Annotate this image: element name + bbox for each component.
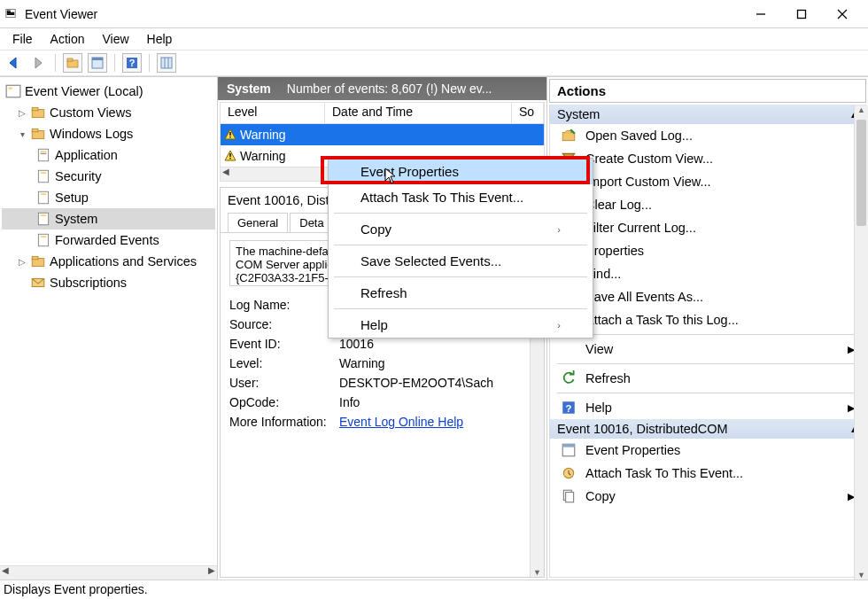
- ctx-copy[interactable]: Copy›: [329, 216, 593, 242]
- tree-setup[interactable]: Setup: [2, 187, 215, 208]
- toolbar: ?: [0, 50, 868, 76]
- context-menu: Event Properties Attach Task To This Eve…: [328, 158, 593, 338]
- ctx-event-properties[interactable]: Event Properties: [329, 159, 593, 184]
- ctx-refresh[interactable]: Refresh: [329, 280, 593, 306]
- svg-rect-17: [6, 85, 20, 97]
- field-label: Source:: [229, 317, 339, 331]
- action-save-all-events[interactable]: Save All Events As...: [550, 285, 865, 308]
- menu-view[interactable]: View: [93, 30, 137, 48]
- tab-general[interactable]: General: [228, 213, 288, 232]
- toolbar-help-button[interactable]: ?: [122, 53, 142, 73]
- svg-rect-11: [92, 58, 103, 60]
- field-value: Info: [339, 395, 535, 409]
- tree-pane: Event Viewer (Local) ▷ Custom Views ▾ Wi…: [0, 77, 218, 580]
- svg-rect-1: [7, 11, 10, 12]
- warning-icon: [224, 150, 236, 162]
- tree-forwarded-events[interactable]: Forwarded Events: [2, 229, 215, 251]
- actions-group-event[interactable]: Event 10016, DistributedCOM▲: [550, 419, 865, 439]
- toolbar-properties-button[interactable]: [88, 53, 107, 73]
- ctx-save-selected[interactable]: Save Selected Events...: [329, 248, 593, 274]
- action-event-properties[interactable]: Event Properties: [550, 439, 865, 462]
- expand-icon[interactable]: ▷: [18, 108, 27, 118]
- action-copy[interactable]: Copy▶: [550, 485, 865, 508]
- action-view[interactable]: View▶: [550, 338, 865, 361]
- tree-item-label: System: [55, 212, 97, 226]
- action-clear-log[interactable]: Clear Log...: [550, 193, 865, 216]
- svg-rect-38: [229, 136, 230, 137]
- svg-rect-9: [67, 58, 73, 61]
- svg-rect-54: [562, 444, 575, 447]
- warning-icon: [224, 128, 236, 141]
- actions-group-system[interactable]: System▲: [550, 105, 865, 124]
- svg-rect-30: [38, 213, 48, 225]
- minimize-button[interactable]: [740, 1, 781, 27]
- svg-rect-22: [32, 128, 38, 131]
- action-attach-task-log[interactable]: Attach a Task To this Log...: [550, 308, 865, 331]
- action-properties[interactable]: Properties: [550, 239, 865, 262]
- svg-rect-31: [41, 215, 47, 216]
- action-help[interactable]: ?Help▶: [550, 396, 865, 419]
- menu-help[interactable]: Help: [138, 30, 182, 48]
- field-value: 10016: [339, 337, 535, 351]
- tree-hscrollbar[interactable]: [0, 565, 217, 580]
- attach-icon: [561, 465, 577, 481]
- action-open-saved-log[interactable]: Open Saved Log...: [550, 124, 865, 147]
- expand-icon[interactable]: ▷: [18, 257, 27, 267]
- tree-security[interactable]: Security: [2, 166, 215, 187]
- tree-system[interactable]: System: [2, 208, 215, 229]
- action-find[interactable]: Find...: [550, 262, 865, 285]
- tree-item-label: Forwarded Events: [55, 233, 159, 247]
- close-button[interactable]: [822, 1, 863, 27]
- ctx-attach-task[interactable]: Attach Task To This Event...: [329, 184, 593, 210]
- svg-rect-3: [7, 13, 14, 14]
- column-source[interactable]: So: [512, 103, 544, 123]
- maximize-button[interactable]: [781, 1, 822, 27]
- column-datetime[interactable]: Date and Time: [325, 103, 512, 123]
- tree-custom-views[interactable]: ▷ Custom Views: [2, 102, 215, 123]
- ctx-help[interactable]: Help›: [329, 312, 593, 338]
- svg-rect-35: [32, 256, 38, 259]
- nav-forward-button[interactable]: [28, 53, 48, 73]
- tree-root[interactable]: Event Viewer (Local): [2, 81, 215, 102]
- help-icon: ?: [561, 400, 577, 416]
- svg-rect-39: [229, 153, 230, 157]
- action-import-custom-view[interactable]: Import Custom View...: [550, 170, 865, 193]
- action-filter-log[interactable]: Filter Current Log...: [550, 216, 865, 239]
- svg-rect-18: [8, 88, 12, 89]
- tree-item-label: Windows Logs: [50, 127, 133, 141]
- tree-item-label: Setup: [55, 191, 89, 205]
- action-attach-task-event[interactable]: Attach Task To This Event...: [550, 462, 865, 485]
- svg-rect-23: [38, 149, 48, 161]
- menu-action[interactable]: Action: [42, 30, 94, 48]
- menu-file[interactable]: File: [4, 30, 42, 48]
- svg-text:?: ?: [129, 58, 136, 68]
- tree-windows-logs[interactable]: ▾ Windows Logs: [2, 123, 215, 144]
- svg-rect-32: [38, 234, 48, 246]
- svg-rect-40: [229, 158, 230, 159]
- event-log-online-help-link[interactable]: Event Log Online Help: [339, 415, 463, 429]
- svg-rect-2: [7, 12, 14, 13]
- app-icon: [5, 7, 19, 21]
- action-create-custom-view[interactable]: Create Custom View...: [550, 147, 865, 170]
- action-refresh[interactable]: Refresh: [550, 367, 865, 390]
- svg-rect-20: [32, 107, 38, 110]
- tree-item-label: Security: [55, 169, 101, 183]
- svg-rect-26: [38, 170, 48, 183]
- window-title: Event Viewer: [25, 7, 740, 21]
- submenu-arrow-icon: ›: [557, 224, 561, 235]
- column-level[interactable]: Level: [221, 103, 325, 123]
- log-icon: [35, 211, 51, 227]
- events-header: System Number of events: 8,607 (!) New e…: [218, 77, 546, 100]
- collapse-icon[interactable]: ▾: [18, 129, 27, 139]
- event-row-selected[interactable]: Warning: [221, 124, 544, 145]
- field-label: Level:: [229, 356, 339, 370]
- nav-back-button[interactable]: [4, 53, 23, 73]
- actions-vscrollbar[interactable]: [854, 105, 868, 580]
- log-icon: [35, 147, 51, 163]
- toolbar-columns-button[interactable]: [157, 53, 176, 73]
- tree-application[interactable]: Application: [2, 144, 215, 166]
- toolbar-folder-button[interactable]: [63, 53, 82, 73]
- field-label: Log Name:: [229, 298, 339, 312]
- tree-subscriptions[interactable]: · Subscriptions: [2, 272, 215, 293]
- tree-apps-services[interactable]: ▷ Applications and Services: [2, 251, 215, 272]
